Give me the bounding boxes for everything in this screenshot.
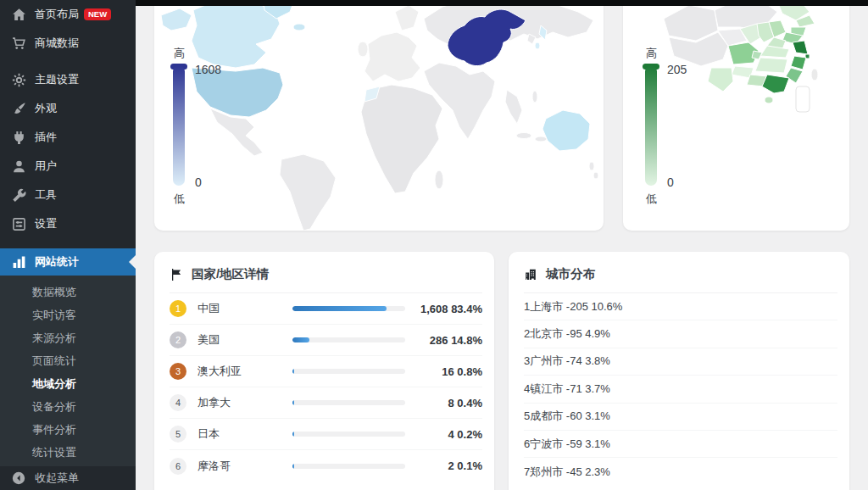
legend-gradient-bar xyxy=(173,65,185,186)
sidebar-item[interactable]: 外观 xyxy=(0,94,136,123)
country-name: 美国 xyxy=(198,332,292,348)
city-row: 4镇江市 -71 3.7% xyxy=(524,376,837,403)
legend-min-value: 0 xyxy=(195,175,202,189)
legend-low-label: 低 xyxy=(646,193,721,204)
sidebar-item[interactable]: 工具 xyxy=(0,181,136,209)
city-distribution-card: 城市分布 1上海市 -205 10.6% 2北京市 -95 4.9% 3广州市 … xyxy=(509,252,849,490)
sidebar-item-site-stats[interactable]: 网站统计 xyxy=(0,248,136,276)
submenu-item-事件分析[interactable]: 事件分析 xyxy=(0,418,136,441)
flag-icon xyxy=(170,268,183,281)
legend-high-label: 高 xyxy=(646,47,721,58)
collapse-arrow-icon xyxy=(11,471,26,486)
city-row: 3广州市 -74 3.8% xyxy=(524,348,837,376)
world-map-legend: 高 1608 0 低 xyxy=(173,47,249,204)
submenu-item-设备分析[interactable]: 设备分析 xyxy=(0,395,136,418)
city-row: 6宁波市 -59 3.1% xyxy=(524,431,837,458)
sidebar-item-label: 主题设置 xyxy=(35,72,79,87)
legend-max-value: 1608 xyxy=(195,63,221,76)
stats-submenu: 数据概览 实时访客 来源分析 页面统计 地域分析 设备分析 事件分析 统计设置 xyxy=(0,276,136,469)
rank-badge: 6 xyxy=(170,458,186,475)
country-details-card: 国家/地区详情 1 中国 1,608 83.4% 2 美国 xyxy=(154,252,494,490)
country-row: 5 日本 4 0.2% xyxy=(170,419,482,450)
new-badge: NEW xyxy=(84,8,111,20)
country-value: 1,608 83.4% xyxy=(405,303,482,315)
country-list: 1 中国 1,608 83.4% 2 美国 286 14.8% xyxy=(154,293,494,482)
bar-fill xyxy=(292,306,387,311)
bar-fill xyxy=(292,432,294,437)
country-row: 6 摩洛哥 2 0.1% xyxy=(170,450,482,482)
users-icon xyxy=(11,159,26,174)
country-row: 3 澳大利亚 16 0.8% xyxy=(170,356,482,387)
top-strip xyxy=(136,0,868,6)
collapse-menu-button[interactable]: 收起菜单 xyxy=(0,466,136,490)
bar-fill xyxy=(292,369,294,374)
south-china-sea-inset xyxy=(796,86,810,112)
card-title: 国家/地区详情 xyxy=(192,266,269,282)
city-list: 1上海市 -205 10.6% 2北京市 -95 4.9% 3广州市 -74 3… xyxy=(509,293,849,486)
bar-track xyxy=(292,400,405,405)
gear-icon xyxy=(11,72,26,87)
legend-gradient-bar xyxy=(645,65,657,186)
country-name: 中国 xyxy=(198,301,292,316)
bar-track xyxy=(292,464,405,469)
submenu-item-实时访客[interactable]: 实时访客 xyxy=(0,303,136,326)
sidebar-item[interactable]: 首页布局 NEW xyxy=(0,0,136,29)
collapse-menu-label: 收起菜单 xyxy=(35,471,79,486)
submenu-item-数据概览[interactable]: 数据概览 xyxy=(0,281,136,303)
bar-fill xyxy=(292,464,294,469)
bar-fill xyxy=(292,337,309,342)
city-row: 2北京市 -95 4.9% xyxy=(524,320,837,348)
country-name: 加拿大 xyxy=(198,395,292,410)
active-menu-notch xyxy=(129,255,136,269)
sidebar-item-label: 用户 xyxy=(35,159,57,174)
country-name: 日本 xyxy=(198,426,292,442)
china-map-card: 高 205 0 低 xyxy=(623,0,849,231)
card-header: 城市分布 xyxy=(509,252,849,292)
country-name: 澳大利亚 xyxy=(198,364,292,379)
submenu-item-页面统计[interactable]: 页面统计 xyxy=(0,349,136,372)
country-value: 2 0.1% xyxy=(405,459,482,472)
card-title: 城市分布 xyxy=(546,266,595,282)
legend-min-value: 0 xyxy=(667,175,674,189)
sidebar-item[interactable]: 用户 xyxy=(0,152,136,181)
submenu-item-来源分析[interactable]: 来源分析 xyxy=(0,326,136,349)
plugin-icon xyxy=(11,130,26,145)
submenu-item-地域分析[interactable]: 地域分析 xyxy=(0,372,136,395)
city-row: 5成都市 -60 3.1% xyxy=(524,404,837,431)
sidebar-item[interactable]: 商城数据 xyxy=(0,29,136,58)
legend-max-value: 205 xyxy=(667,63,687,76)
sidebar-item-label: 设置 xyxy=(35,216,57,231)
sidebar-item-label: 商城数据 xyxy=(35,36,79,51)
city-row: 7郑州市 -45 2.3% xyxy=(524,458,837,485)
bar-track xyxy=(292,306,405,311)
country-value: 16 0.8% xyxy=(405,365,482,378)
sidebar-item-label: 网站统计 xyxy=(35,254,79,270)
world-map-card: 高 1608 0 低 xyxy=(154,0,604,231)
country-row: 1 中国 1,608 83.4% xyxy=(170,293,482,325)
sidebar-item[interactable]: 主题设置 xyxy=(0,65,136,94)
bar-track xyxy=(292,337,405,342)
sidebar: 首页布局 NEW 商城数据 主题设置 外观 xyxy=(0,0,136,490)
submenu-item-统计设置[interactable]: 统计设置 xyxy=(0,441,136,464)
admin-dashboard: 首页布局 NEW 商城数据 主题设置 外观 xyxy=(0,0,868,490)
china-map-legend: 高 205 0 低 xyxy=(645,47,721,204)
home-icon xyxy=(11,7,26,22)
sidebar-item-label: 插件 xyxy=(35,130,57,145)
city-row: 1上海市 -205 10.6% xyxy=(524,293,837,320)
country-value: 8 0.4% xyxy=(405,397,482,409)
country-name: 摩洛哥 xyxy=(198,459,292,474)
country-value: 4 0.2% xyxy=(405,428,482,441)
chart-icon xyxy=(11,254,26,270)
legend-low-label: 低 xyxy=(174,193,249,204)
sidebar-item-label: 首页布局 xyxy=(35,7,79,22)
country-row: 4 加拿大 8 0.4% xyxy=(170,387,482,419)
cart-icon xyxy=(11,36,26,51)
sidebar-item[interactable]: 设置 xyxy=(0,209,136,238)
card-header: 国家/地区详情 xyxy=(154,252,494,292)
sidebar-item-label: 外观 xyxy=(35,101,57,116)
sidebar-item[interactable]: 插件 xyxy=(0,123,136,152)
country-value: 286 14.8% xyxy=(405,334,482,347)
rank-badge: 1 xyxy=(170,300,186,317)
sidebar-menu: 首页布局 NEW 商城数据 主题设置 外观 xyxy=(0,0,136,238)
settings-icon xyxy=(11,216,26,231)
